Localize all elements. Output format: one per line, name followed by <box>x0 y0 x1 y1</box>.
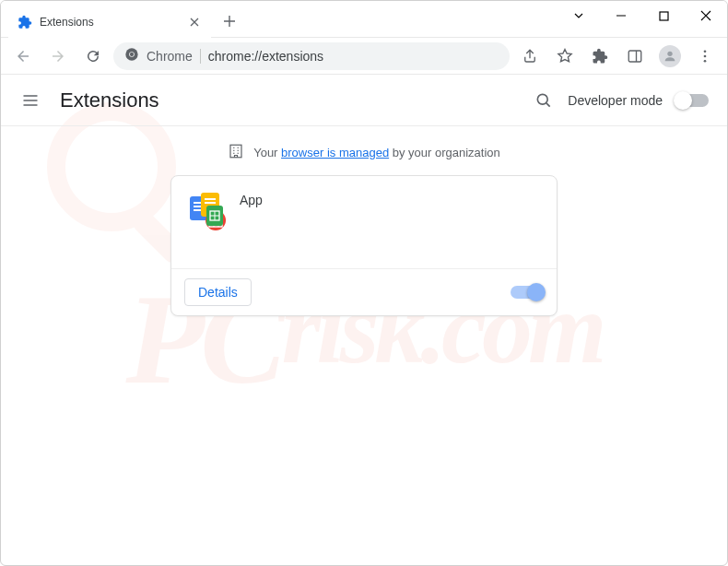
svg-rect-0 <box>660 12 668 20</box>
menu-hamburger-icon[interactable] <box>19 89 41 112</box>
omnibox-url: chrome://extensions <box>208 49 323 64</box>
extension-enable-toggle[interactable] <box>511 286 544 299</box>
svg-point-7 <box>704 54 707 57</box>
extension-name: App <box>240 193 263 241</box>
address-bar[interactable]: Chrome chrome://extensions <box>113 42 510 70</box>
tab-close-icon[interactable] <box>187 15 202 29</box>
back-button[interactable] <box>8 41 38 71</box>
managed-suffix: by your organization <box>389 146 500 159</box>
svg-rect-4 <box>628 51 641 62</box>
details-button[interactable]: Details <box>184 278 252 306</box>
extension-card: App Details <box>170 175 558 316</box>
side-panel-icon[interactable] <box>620 41 650 71</box>
svg-point-8 <box>704 59 707 62</box>
new-tab-button[interactable] <box>217 8 242 34</box>
managed-banner: Your browser is managed by your organiza… <box>1 126 727 175</box>
window-minimize-button[interactable] <box>600 1 642 30</box>
svg-point-3 <box>130 53 134 56</box>
bookmark-star-icon[interactable] <box>550 41 580 71</box>
forward-button[interactable] <box>43 41 73 71</box>
search-icon[interactable] <box>533 89 555 112</box>
svg-point-5 <box>667 51 672 55</box>
extensions-puzzle-icon[interactable] <box>585 41 615 71</box>
avatar-icon <box>659 45 681 67</box>
chrome-logo-icon <box>124 47 139 65</box>
svg-rect-18 <box>205 198 216 200</box>
developer-mode-toggle[interactable] <box>675 94 709 107</box>
chevron-down-icon[interactable] <box>558 1 600 30</box>
puzzle-icon <box>18 15 32 29</box>
managed-prefix: Your <box>253 146 281 159</box>
omnibox-scheme-label: Chrome <box>147 49 193 64</box>
window-maximize-button[interactable] <box>642 1 685 30</box>
extension-app-icon <box>188 193 225 230</box>
browser-tab[interactable]: Extensions <box>8 6 211 38</box>
reload-button[interactable] <box>78 41 108 71</box>
share-icon[interactable] <box>515 41 545 71</box>
building-icon <box>228 143 244 162</box>
tab-title: Extensions <box>40 16 180 29</box>
svg-point-11 <box>538 94 548 104</box>
svg-point-6 <box>704 50 707 53</box>
managed-link[interactable]: browser is managed <box>281 146 389 159</box>
window-close-button[interactable] <box>685 1 727 30</box>
svg-rect-19 <box>205 202 216 204</box>
profile-avatar[interactable] <box>655 41 685 71</box>
page-title: Extensions <box>60 88 159 112</box>
developer-mode-label: Developer mode <box>568 93 663 108</box>
omnibox-separator <box>200 49 201 64</box>
kebab-menu-icon[interactable] <box>690 41 720 71</box>
